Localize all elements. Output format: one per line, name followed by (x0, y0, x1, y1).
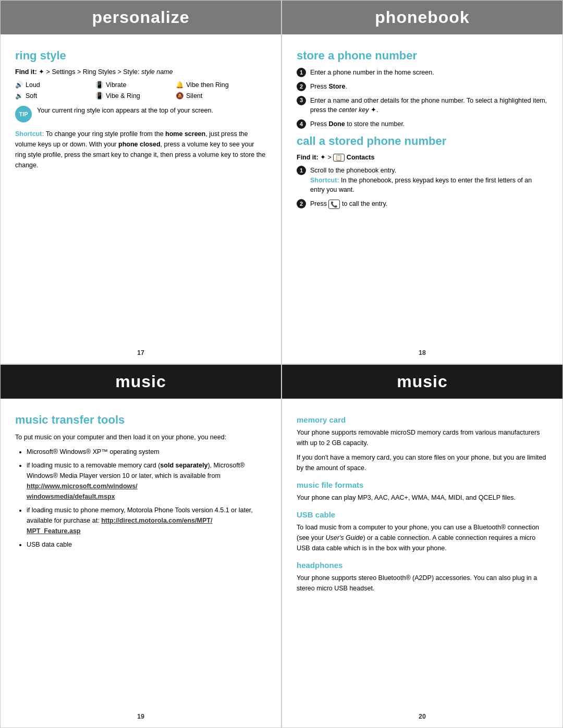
music-transfer-intro: To put music on your computer and then l… (15, 432, 266, 442)
ring-icons-container: 🔊 Loud 📳 Vibrate 🔔 Vibe then Ring 🔉 Soft… (15, 81, 266, 100)
bullet-windows: Microsoft® Windows® XP™ operating system (27, 447, 266, 457)
music-transfer-bullets: Microsoft® Windows® XP™ operating system… (15, 447, 266, 550)
personalize-banner: personalize (1, 1, 281, 34)
music-banner-2: music (282, 365, 562, 399)
silent-icon: 🔕 (176, 92, 184, 100)
call-step-num-2: 2 (297, 199, 306, 208)
call-step-2: 2 Press 📞 to call the entry. (297, 199, 548, 209)
page-number-20: 20 (419, 713, 426, 720)
music-file-formats-text: Your phone can play MP3, AAC, AAC+, WMA,… (297, 492, 548, 503)
ring-icon-silent: 🔕 Silent (176, 92, 243, 100)
vibe-then-ring-icon: 🔔 (176, 81, 184, 89)
store-step-1: 1 Enter a phone number in the home scree… (297, 68, 548, 78)
headphones-title: headphones (297, 561, 548, 570)
step-num-4: 4 (297, 119, 306, 129)
step-num-1: 1 (297, 68, 306, 77)
step-num-3: 3 (297, 96, 306, 105)
call-step-num-1: 1 (297, 166, 306, 175)
page-number-19: 19 (137, 713, 144, 720)
bullet-usb: USB data cable (27, 539, 266, 550)
vibe-ring-icon: 📳 (95, 92, 104, 100)
phonebook-banner: phonebook (282, 1, 562, 34)
page-number-17: 17 (137, 349, 144, 356)
call-step-1: 1 Scroll to the phonebook entry. Shortcu… (297, 166, 548, 195)
soft-icon: 🔉 (15, 92, 23, 100)
memory-card-title: memory card (297, 415, 548, 424)
link-motorola: http://direct.motorola.com/ens/MPT/MPT_F… (27, 517, 212, 535)
page-phonebook: phonebook store a phone number 1 Enter a… (282, 0, 563, 364)
ring-icon-soft: 🔉 Soft (15, 92, 83, 100)
contacts-icon: 📋 (333, 154, 345, 162)
ring-icon-vibe-then-ring: 🔔 Vibe then Ring (176, 81, 243, 89)
shortcut-text: Shortcut: To change your ring style prof… (15, 129, 266, 170)
vibrate-icon: 📳 (95, 81, 104, 89)
page-music-features: music memory card Your phone supports re… (282, 364, 563, 729)
usb-cable-title: USB cable (297, 510, 548, 519)
call-stored-steps: 1 Scroll to the phonebook entry. Shortcu… (297, 166, 548, 209)
store-step-4: 4 Press Done to store the number. (297, 119, 548, 129)
ring-icon-vibrate: 📳 Vibrate (95, 81, 163, 89)
ring-icon-vibe-ring: 📳 Vibe & Ring (95, 92, 163, 100)
loud-icon: 🔊 (15, 81, 23, 89)
link-microsoft: http://www.microsoft.com/windows/windows… (27, 483, 138, 500)
music-banner-1: music (1, 365, 281, 399)
find-it-contacts: Find it: ✦ > 📋 Contacts (297, 153, 548, 162)
tip-box: TIP Your current ring style icon appears… (15, 106, 266, 122)
bullet-memory-card: if loading music to a removable memory c… (27, 460, 266, 502)
music-file-formats-title: music file formats (297, 480, 548, 489)
headphones-text: Your phone supports stereo Bluetooth® (A… (297, 573, 548, 594)
page-music-transfer: music music transfer tools To put music … (0, 364, 282, 729)
store-step-2: 2 Press Store. (297, 82, 548, 92)
store-number-steps: 1 Enter a phone number in the home scree… (297, 68, 548, 129)
usb-cable-text: To load music from a computer to your ph… (297, 522, 548, 553)
music-transfer-title: music transfer tools (15, 413, 266, 427)
tip-content: Your current ring style icon appears at … (37, 106, 213, 116)
find-it-center-icon: ✦ (37, 68, 44, 76)
ring-style-title: ring style (15, 49, 266, 63)
tip-label: TIP (15, 106, 32, 122)
page-number-18: 18 (419, 349, 426, 356)
call-icon: 📞 (328, 200, 340, 209)
store-phone-number-title: store a phone number (297, 49, 548, 63)
find-it-ringstyle: Find it: ✦ > Settings > Ring Styles > St… (15, 68, 266, 76)
memory-card-text2: If you don't have a memory card, you can… (297, 452, 548, 473)
call-stored-title: call a stored phone number (297, 134, 548, 148)
ring-icon-loud: 🔊 Loud (15, 81, 83, 89)
step-num-2: 2 (297, 82, 306, 91)
page-personalize: personalize ring style Find it: ✦ > Sett… (0, 0, 282, 364)
bullet-phone-memory: if loading music to phone memory, Motoro… (27, 505, 266, 536)
store-step-3: 3 Enter a name and other details for the… (297, 96, 548, 116)
memory-card-text1: Your phone supports removable microSD me… (297, 427, 548, 448)
